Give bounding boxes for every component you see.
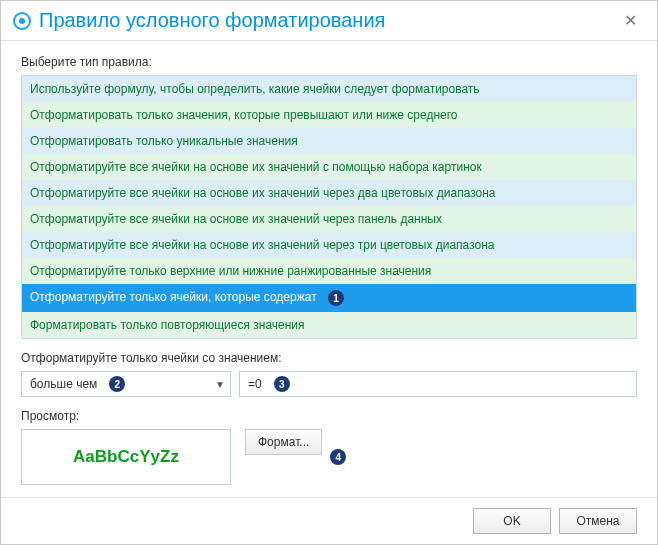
rule-item[interactable]: Отформатируйте все ячейки на основе их з… [22, 180, 636, 206]
rule-item[interactable]: Отформатируйте только верхние или нижние… [22, 258, 636, 284]
preview-row: AaBbCcYyZz Формат... 4 [21, 429, 637, 485]
app-icon [13, 12, 31, 30]
rule-item[interactable]: Отформатируйте все ячейки на основе их з… [22, 154, 636, 180]
rule-item[interactable]: Отформатировать только значения, которые… [22, 102, 636, 128]
format-cells-label: Отформатируйте только ячейки со значение… [21, 351, 637, 365]
titlebar: Правило условного форматирования ✕ [1, 1, 657, 41]
operator-select-wrap: больше чем 2 ▼ [21, 371, 231, 397]
preview-sample-text: AaBbCcYyZz [73, 447, 179, 467]
marker-1-icon: 1 [328, 290, 344, 306]
format-button[interactable]: Формат... [245, 429, 322, 455]
chevron-down-icon: ▼ [215, 379, 225, 390]
title-left: Правило условного форматирования [13, 9, 385, 32]
value-text: =0 [248, 377, 262, 391]
dialog-footer: OK Отмена [1, 497, 657, 544]
value-input[interactable]: =0 3 [239, 371, 637, 397]
rule-item[interactable]: Отформатируйте все ячейки на основе их з… [22, 232, 636, 258]
ok-button[interactable]: OK [473, 508, 551, 534]
preview-box: AaBbCcYyZz [21, 429, 231, 485]
rule-item[interactable]: Отформатируйте все ячейки на основе их з… [22, 206, 636, 232]
rule-item-selected[interactable]: Отформатируйте только ячейки, которые со… [22, 284, 636, 312]
window-title: Правило условного форматирования [39, 9, 385, 32]
rule-item[interactable]: Отформатировать только уникальные значен… [22, 128, 636, 154]
operator-value: больше чем [30, 377, 97, 391]
rule-list: Используйте формулу, чтобы определить, к… [21, 75, 637, 339]
close-icon[interactable]: ✕ [618, 9, 643, 32]
marker-3-icon: 3 [274, 376, 290, 392]
preview-label: Просмотр: [21, 409, 637, 423]
rule-type-label: Выберите тип правила: [21, 55, 637, 69]
marker-2-icon: 2 [109, 376, 125, 392]
operator-select[interactable]: больше чем 2 ▼ [21, 371, 231, 397]
marker-4-icon: 4 [330, 449, 346, 465]
rule-item[interactable]: Используйте формулу, чтобы определить, к… [22, 76, 636, 102]
dialog-window: Правило условного форматирования ✕ Выбер… [0, 0, 658, 545]
cancel-button[interactable]: Отмена [559, 508, 637, 534]
condition-row: больше чем 2 ▼ =0 3 [21, 371, 637, 397]
rule-item[interactable]: Форматировать только повторяющиеся значе… [22, 312, 636, 338]
content-area: Выберите тип правила: Используйте формул… [1, 41, 657, 497]
